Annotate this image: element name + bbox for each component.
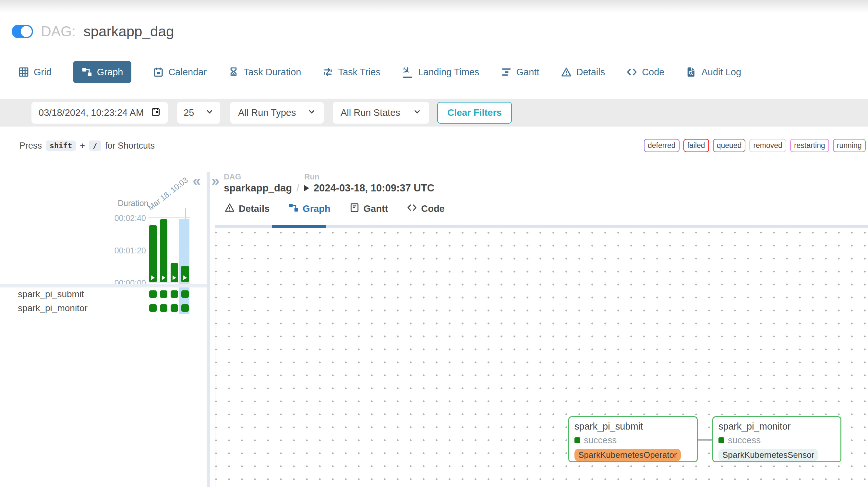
tab-graph[interactable]: Graph: [73, 61, 132, 83]
node-title: spark_pi_submit: [575, 421, 691, 432]
breadcrumb-dag-value[interactable]: sparkapp_dag: [224, 182, 292, 194]
run-duration-bar[interactable]: [160, 219, 167, 282]
run-duration-bar[interactable]: [149, 225, 157, 282]
tab-gantt[interactable]: Gantt: [501, 66, 539, 78]
breadcrumb-run-value[interactable]: 2024-03-18, 10:09:37 UTC: [314, 182, 434, 194]
tab-label: Grid: [34, 67, 52, 78]
code-icon: [407, 203, 417, 215]
dag-label: DAG:: [41, 23, 76, 39]
run-states-select[interactable]: All Run States: [333, 102, 429, 124]
state-badge-removed[interactable]: removed: [749, 139, 786, 152]
page-size-select[interactable]: 25: [177, 102, 220, 124]
task-node-spark-pi-submit[interactable]: spark_pi_submit success SparkKubernetesO…: [568, 416, 698, 462]
tab-task-duration[interactable]: Task Duration: [228, 66, 301, 78]
tab-underline-active: [272, 225, 326, 228]
tab-details[interactable]: Details: [561, 66, 605, 78]
task-name-spark-pi-monitor[interactable]: spark_pi_monitor: [18, 301, 88, 315]
date-filter-value: 03/18/2024, 10:23:24 AM: [39, 108, 144, 118]
task-instance-success[interactable]: [181, 304, 189, 312]
play-icon: [162, 275, 165, 280]
rows-separator-band: [0, 284, 210, 287]
run-detail-tabs: Details Graph Gantt Code: [224, 203, 445, 215]
calendar-picker-icon[interactable]: [151, 107, 161, 119]
task-name-spark-pi-submit[interactable]: spark_pi_submit: [18, 287, 84, 301]
repeat-icon: [322, 66, 334, 78]
shift-key: shift: [46, 141, 76, 151]
state-badge-failed[interactable]: failed: [683, 139, 709, 152]
operator-badge: SparkKubernetesSensor: [718, 449, 818, 461]
run-types-value: All Run Types: [238, 108, 296, 118]
node-title: spark_pi_monitor: [718, 421, 835, 432]
clear-filters-button[interactable]: Clear Filters: [437, 102, 512, 124]
tab-label: Gantt: [517, 67, 539, 78]
tab-audit-log[interactable]: Audit Log: [686, 66, 741, 78]
y-tick: 00:02:40: [107, 213, 146, 223]
task-instance-success[interactable]: [160, 291, 167, 298]
tab-label: Code: [421, 204, 445, 214]
dag-title: sparkapp_dag: [84, 23, 174, 39]
panel-divider[interactable]: [207, 172, 210, 487]
tab-label: Details: [577, 67, 605, 78]
state-badge-deferred[interactable]: deferred: [644, 139, 680, 152]
graph-icon: [82, 66, 92, 78]
success-square-icon: [575, 437, 580, 443]
task-instance-success[interactable]: [160, 304, 167, 312]
tab-landing-times[interactable]: ✈ Landing Times: [402, 66, 479, 78]
task-node-spark-pi-monitor[interactable]: spark_pi_monitor success SparkKubernetes…: [712, 416, 841, 462]
tab-code[interactable]: Code: [626, 66, 664, 78]
task-row: spark_pi_monitor: [0, 301, 210, 315]
tab-grid[interactable]: Grid: [18, 66, 52, 78]
operator-badge: SparkKubernetesOperator: [575, 449, 681, 461]
run-types-select[interactable]: All Run Types: [230, 102, 324, 124]
run-play-icon: [304, 185, 309, 191]
page-size-value: 25: [184, 108, 194, 118]
breadcrumb: sparkapp_dag / 2024-03-18, 10:09:37 UTC: [224, 182, 434, 194]
play-icon: [173, 275, 176, 280]
graph-icon: [288, 203, 299, 215]
collapse-panel-button[interactable]: «: [193, 173, 200, 189]
calendar-icon: [153, 66, 164, 78]
dag-header: DAG: sparkapp_dag: [12, 22, 174, 41]
tab-label: Details: [239, 204, 270, 214]
success-square-icon: [718, 437, 724, 443]
task-instance-success[interactable]: [170, 291, 178, 298]
audit-log-icon: [686, 66, 697, 78]
tab-label: Task Duration: [244, 67, 301, 78]
tab-label: Calendar: [168, 67, 207, 78]
dag-pause-toggle[interactable]: [12, 25, 33, 38]
state-badge-restarting[interactable]: restarting: [790, 139, 829, 152]
tab-label: Graph: [97, 67, 123, 78]
grid-panel: « Duration Mar 18, 10:03 00:02:40 00:01:…: [0, 172, 210, 487]
breadcrumb-run-label: Run: [304, 172, 319, 181]
node-status: success: [575, 435, 691, 446]
node-state-text: success: [584, 435, 617, 446]
state-legend: deferred failed queued removed restartin…: [644, 139, 868, 152]
run-duration-bar[interactable]: [181, 266, 189, 282]
tab-task-tries[interactable]: Task Tries: [322, 66, 380, 78]
run-tab-code[interactable]: Code: [407, 203, 445, 215]
task-instance-success[interactable]: [149, 304, 157, 312]
tab-label: Audit Log: [701, 67, 741, 78]
run-tab-details[interactable]: Details: [224, 203, 270, 215]
shortcut-text: Press: [20, 141, 42, 151]
run-tab-graph[interactable]: Graph: [288, 203, 330, 215]
node-status: success: [718, 435, 835, 446]
warning-triangle-icon: [561, 66, 572, 78]
chevron-down-icon: [308, 108, 316, 118]
run-date-label: Mar 18, 10:03: [146, 176, 190, 212]
state-badge-running[interactable]: running: [833, 139, 866, 152]
run-duration-bar[interactable]: [170, 263, 178, 282]
shortcut-text: for Shortcuts: [105, 141, 155, 151]
task-instance-success[interactable]: [181, 291, 189, 298]
grid-icon: [18, 66, 29, 78]
gridline: [149, 217, 190, 218]
plane-landing-icon: ✈: [402, 66, 413, 78]
tab-calendar[interactable]: Calendar: [153, 66, 207, 78]
task-instance-success[interactable]: [149, 291, 157, 298]
run-tab-gantt[interactable]: Gantt: [349, 203, 388, 215]
date-filter-input[interactable]: 03/18/2024, 10:23:24 AM: [31, 102, 168, 124]
graph-canvas[interactable]: spark_pi_submit success SparkKubernetesO…: [215, 228, 868, 487]
state-badge-queued[interactable]: queued: [713, 139, 746, 152]
expand-panel-button[interactable]: »: [212, 173, 219, 189]
task-instance-success[interactable]: [170, 304, 178, 312]
